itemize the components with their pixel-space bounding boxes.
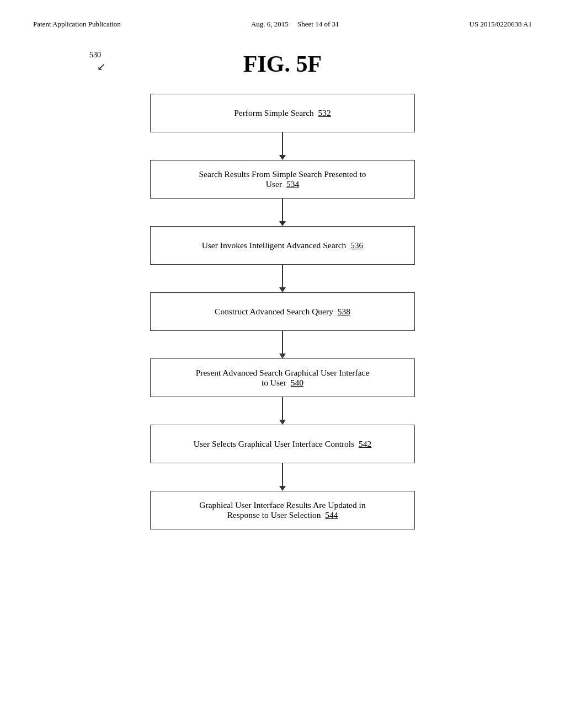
flow-box-538: Construct Advanced Search Query 538	[150, 292, 415, 331]
page-header: Patent Application Publication Aug. 6, 2…	[0, 0, 565, 29]
flow-box-532: Perform Simple Search 532	[150, 94, 415, 132]
flowchart: Perform Simple Search 532 Search Results…	[89, 94, 476, 529]
figure-ref-number: 530	[89, 51, 101, 60]
flow-box-540: Present Advanced Search Graphical User I…	[150, 358, 415, 397]
arrow-6	[279, 463, 286, 491]
flow-box-542: User Selects Graphical User Interface Co…	[150, 425, 415, 463]
arrow-1	[279, 132, 286, 160]
ref-536: 536	[350, 240, 363, 250]
box-542-text: User Selects Graphical User Interface Co…	[194, 439, 371, 449]
patent-number: US 2015/0220638 A1	[470, 20, 532, 28]
header-left: Patent Application Publication	[33, 20, 121, 29]
box-540-text: Present Advanced Search Graphical User I…	[196, 368, 370, 388]
arrow-3	[279, 265, 286, 292]
flow-box-544: Graphical User Interface Results Are Upd…	[150, 491, 415, 529]
box-532-text: Perform Simple Search 532	[234, 108, 331, 118]
flow-box-536: User Invokes Intelligent Advanced Search…	[150, 226, 415, 265]
arrow-2	[279, 199, 286, 226]
arrow-head-2	[279, 221, 286, 226]
arrow-line-3	[282, 265, 283, 287]
publication-label: Patent Application Publication	[33, 20, 121, 28]
figure-label-row: 530 ↙ FIG. 5F	[89, 51, 476, 77]
ref-540: 540	[291, 378, 303, 387]
arrow-line-1	[282, 132, 283, 155]
box-534-text: Search Results From Simple Search Presen…	[199, 169, 366, 189]
figure-title: FIG. 5F	[89, 51, 476, 77]
header-center: Aug. 6, 2015 Sheet 14 of 31	[251, 20, 339, 29]
arrow-head-4	[279, 354, 286, 358]
figure-ref-arrow: ↙	[97, 61, 105, 73]
ref-534: 534	[286, 179, 299, 189]
ref-544: 544	[325, 510, 338, 520]
flow-box-534: Search Results From Simple Search Presen…	[150, 160, 415, 199]
arrow-line-2	[282, 199, 283, 221]
box-536-text: User Invokes Intelligent Advanced Search…	[202, 240, 364, 250]
arrow-line-6	[282, 463, 283, 486]
arrow-line-5	[282, 397, 283, 420]
ref-542: 542	[359, 439, 371, 448]
arrow-line-4	[282, 331, 283, 354]
arrow-head-1	[279, 155, 286, 160]
ref-532: 532	[318, 108, 331, 117]
arrow-head-6	[279, 486, 286, 491]
header-right: US 2015/0220638 A1	[470, 20, 532, 29]
arrow-head-5	[279, 420, 286, 425]
arrow-5	[279, 397, 286, 425]
arrow-4	[279, 331, 286, 358]
ref-538: 538	[338, 307, 350, 316]
box-538-text: Construct Advanced Search Query 538	[215, 307, 350, 317]
box-544-text: Graphical User Interface Results Are Upd…	[199, 500, 365, 520]
arrow-head-3	[279, 287, 286, 292]
publication-date: Aug. 6, 2015	[251, 20, 289, 28]
sheet-number: Sheet 14 of 31	[297, 20, 339, 28]
figure-area: 530 ↙ FIG. 5F Perform Simple Search 532 …	[0, 29, 565, 529]
